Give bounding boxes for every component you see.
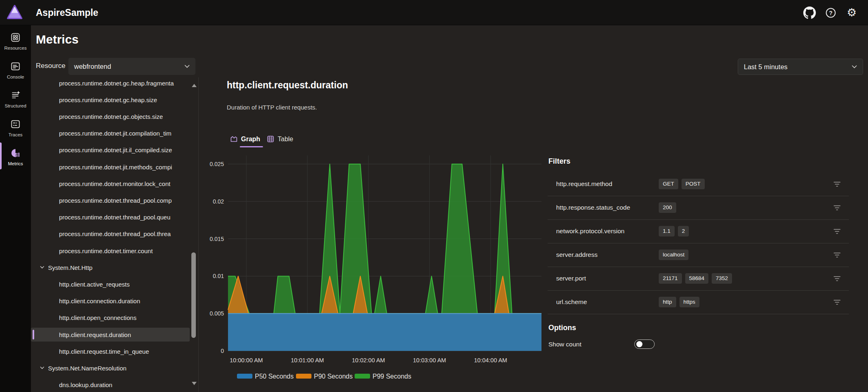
metric-item-http.client.request.time_in_queue[interactable]: http.client.request.time_in_queue — [31, 344, 190, 358]
filter-values: 200 — [659, 202, 676, 213]
time-range-select[interactable]: Last 5 minutes — [738, 59, 863, 75]
filter-funnel-icon[interactable] — [833, 252, 841, 258]
metric-group-label: System.Net.NameResolution — [31, 365, 127, 372]
metric-item-http.client.connection.duration[interactable]: http.client.connection.duration — [31, 294, 190, 308]
sidebar-item-structured[interactable]: Structured — [0, 85, 31, 112]
metrics-icon — [10, 148, 21, 160]
legend-label: P50 Seconds — [255, 373, 294, 380]
sidebar-item-console[interactable]: Console — [0, 57, 31, 83]
time-range-value: Last 5 minutes — [738, 63, 852, 71]
scroll-down-arrow[interactable] — [192, 382, 197, 385]
github-icon[interactable] — [803, 6, 816, 19]
graph-icon — [230, 135, 238, 143]
filter-label: http.response.status_code — [556, 204, 630, 211]
row-separator — [548, 267, 849, 267]
metric-item-process.runtime.dotnet.gc.objects.size[interactable]: process.runtime.dotnet.gc.objects.size — [31, 109, 190, 123]
metric-item-process.runtime.dotnet.jit.compilation_tim[interactable]: process.runtime.dotnet.jit.compilation_t… — [31, 127, 190, 140]
metric-item-label: process.runtime.dotnet.jit.methods_compi — [31, 164, 172, 171]
filter-chip[interactable]: http — [659, 297, 676, 307]
filter-label: server.address — [556, 251, 598, 258]
metric-description: Duration of HTTP client requests. — [227, 104, 317, 111]
filter-funnel-icon[interactable] — [833, 228, 841, 234]
legend-item-p90-seconds[interactable]: P90 Seconds — [296, 373, 353, 380]
tab-table[interactable]: Table — [267, 135, 293, 143]
y-tick-label: 0.015 — [210, 236, 224, 242]
x-tick-label: 10:04:00 AM — [474, 357, 507, 364]
filters-heading: Filters — [548, 157, 570, 166]
area-p50-seconds — [228, 313, 541, 351]
row-separator — [548, 219, 849, 220]
filter-chip[interactable]: GET — [659, 179, 678, 189]
metric-group-System.Net.NameResolution[interactable]: System.Net.NameResolution — [31, 361, 190, 375]
metric-item-label: dns.lookup.duration — [31, 381, 112, 388]
filter-funnel-icon[interactable] — [833, 299, 841, 305]
options-heading: Options — [548, 324, 576, 332]
filter-chip[interactable]: 7352 — [712, 273, 732, 284]
console-icon — [10, 61, 21, 73]
filter-values: GETPOST — [659, 179, 705, 189]
topbar-actions: ? ⚙ — [803, 0, 858, 25]
filter-chip[interactable]: localhost — [659, 250, 688, 260]
metric-item-process.runtime.dotnet.thread_pool.comp[interactable]: process.runtime.dotnet.thread_pool.comp — [31, 193, 190, 207]
metric-item-http.client.open_connections[interactable]: http.client.open_connections — [31, 311, 190, 325]
metric-item-process.runtime.dotnet.jit.il_compiled.size[interactable]: process.runtime.dotnet.jit.il_compiled.s… — [31, 143, 190, 157]
help-icon[interactable]: ? — [824, 6, 837, 19]
filter-chip[interactable]: 1.1 — [659, 226, 675, 237]
sidebar-item-label: Metrics — [8, 161, 23, 166]
metric-item-process.runtime.dotnet.timer.count[interactable]: process.runtime.dotnet.timer.count — [31, 244, 190, 258]
filter-chip[interactable]: 200 — [659, 202, 676, 213]
filter-values: httphttps — [659, 297, 699, 307]
metric-item-label: http.client.open_connections — [31, 314, 136, 321]
tab-graph[interactable]: Graph — [230, 135, 260, 143]
metric-item-process.runtime.dotnet.jit.methods_compi[interactable]: process.runtime.dotnet.jit.methods_compi — [31, 160, 190, 174]
settings-icon[interactable]: ⚙ — [845, 6, 858, 19]
row-separator — [548, 243, 849, 243]
metric-item-label: http.client.active_requests — [31, 281, 129, 288]
structured-icon — [10, 90, 21, 102]
aspire-dashboard: AspireSample ? ⚙ ResourcesConsoleStructu… — [0, 0, 868, 392]
table-icon — [267, 135, 274, 143]
metric-item-http.client.request.duration[interactable]: http.client.request.duration — [31, 328, 190, 342]
filter-label: http.request.method — [556, 180, 612, 188]
filter-chip[interactable]: POST — [682, 179, 705, 189]
legend-item-p50-seconds[interactable]: P50 Seconds — [237, 373, 294, 380]
metric-item-label: http.client.request.duration — [31, 331, 131, 338]
metric-item-process.runtime.dotnet.thread_pool.threa[interactable]: process.runtime.dotnet.thread_pool.threa — [31, 227, 190, 241]
filter-funnel-icon[interactable] — [833, 181, 841, 187]
svg-text:?: ? — [829, 9, 833, 16]
chevron-down-icon — [852, 65, 857, 68]
scroll-up-arrow[interactable] — [192, 84, 197, 87]
filter-label: server.port — [556, 275, 586, 282]
legend-item-p99-seconds[interactable]: P99 Seconds — [355, 373, 411, 380]
filter-funnel-icon[interactable] — [833, 205, 841, 211]
resource-select[interactable]: webfrontend — [68, 58, 195, 75]
legend-swatch — [237, 374, 252, 379]
filter-funnel-icon[interactable] — [833, 276, 841, 282]
sidebar-item-resources[interactable]: Resources — [0, 28, 31, 55]
show-count-toggle[interactable] — [634, 339, 655, 349]
filter-chip[interactable]: 21171 — [659, 273, 682, 284]
metric-item-label: process.runtime.dotnet.thread_pool.comp — [31, 197, 172, 204]
metric-item-label: http.client.request.time_in_queue — [31, 348, 149, 355]
filter-chip[interactable]: 2 — [678, 226, 689, 237]
toggle-knob — [636, 341, 642, 347]
metric-item-dns.lookup.duration[interactable]: dns.lookup.duration — [31, 378, 190, 392]
metric-item-process.runtime.dotnet.gc.heap.size[interactable]: process.runtime.dotnet.gc.heap.size — [31, 93, 190, 107]
filter-values: localhost — [659, 250, 688, 260]
metric-item-label: process.runtime.dotnet.jit.il_compiled.s… — [31, 147, 172, 153]
metric-item-process.runtime.dotnet.gc.heap.fragmenta[interactable]: process.runtime.dotnet.gc.heap.fragmenta — [31, 77, 190, 90]
chevron-down-icon — [184, 65, 190, 68]
scrollbar-thumb[interactable] — [191, 252, 196, 338]
y-tick-label: 0.005 — [210, 310, 224, 317]
sidebar-item-traces[interactable]: Traces — [0, 114, 31, 141]
metric-item-http.client.active_requests[interactable]: http.client.active_requests — [31, 277, 190, 291]
filter-chip[interactable]: 58684 — [685, 273, 709, 284]
metric-item-process.runtime.dotnet.thread_pool.queu[interactable]: process.runtime.dotnet.thread_pool.queu — [31, 210, 190, 224]
filter-chip[interactable]: https — [679, 297, 699, 307]
metric-item-process.runtime.dotnet.monitor.lock_cont[interactable]: process.runtime.dotnet.monitor.lock_cont — [31, 177, 190, 191]
chevron-down-icon[interactable] — [40, 366, 44, 369]
sidebar-item-metrics[interactable]: Metrics — [0, 143, 31, 170]
filter-label: url.scheme — [556, 298, 587, 306]
chevron-down-icon[interactable] — [40, 266, 44, 269]
metric-group-System.Net.Http[interactable]: System.Net.Http — [31, 261, 190, 274]
